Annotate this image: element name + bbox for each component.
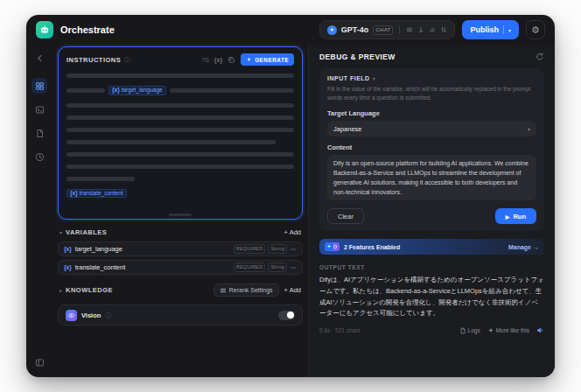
- generate-button[interactable]: GENERATE: [241, 53, 294, 66]
- insert-variable-icon[interactable]: {x}: [214, 57, 222, 63]
- model-name: GPT-4o: [341, 25, 369, 34]
- debug-header: DEBUG & PREVIEW: [319, 52, 544, 61]
- more-like-this-button[interactable]: More like this: [487, 327, 529, 334]
- chevron-down-icon: ▾: [508, 27, 511, 33]
- manage-features-link[interactable]: Manage →: [508, 244, 539, 250]
- skeleton-line: [66, 164, 294, 169]
- variable-chip-label: target_language: [122, 88, 163, 94]
- chevron-down-icon: ▾: [373, 75, 375, 81]
- logs-icon: [459, 327, 466, 334]
- rerank-settings-button[interactable]: Rerank Settings: [214, 284, 279, 297]
- required-badge: REQUIRED: [234, 244, 266, 254]
- edit-variable-icon[interactable]: [290, 264, 297, 271]
- run-button[interactable]: ▶ Run: [495, 208, 536, 224]
- char-count: 76: [201, 56, 208, 64]
- variable-chip[interactable]: {x}target_language: [108, 86, 166, 95]
- toggle-knob: [287, 312, 294, 318]
- instructions-header: INSTRUCTIONS ⓘ 76 {x}: [66, 53, 294, 66]
- read-aloud-button[interactable]: [536, 326, 544, 334]
- app-settings-button[interactable]: ⚙: [526, 20, 545, 39]
- output-footer: 5.6s · 521 chars Logs More l: [319, 326, 544, 334]
- type-badge: String: [268, 262, 287, 272]
- chevron-down-icon[interactable]: ▾: [60, 229, 62, 235]
- vision-feature-row: Vision ⓘ: [58, 304, 303, 326]
- variable-icon: {x}: [70, 191, 78, 197]
- features-enabled-text: 2 Features Enabled: [344, 244, 400, 250]
- skeleton-line: [66, 128, 294, 132]
- back-button[interactable]: [32, 50, 47, 66]
- vision-label: Vision: [81, 312, 101, 319]
- generate-label: GENERATE: [255, 57, 289, 63]
- variables-title: VARIABLES: [66, 228, 107, 236]
- input-field-toggle[interactable]: INPUT FIELD ▾: [327, 75, 536, 81]
- variable-row[interactable]: {x} translate_content REQUIRED String: [58, 260, 303, 275]
- refresh-icon: [536, 52, 544, 61]
- tokens-icon[interactable]: [429, 26, 436, 33]
- app-logo-icon: [36, 21, 53, 38]
- add-variable-button[interactable]: + Add: [284, 228, 301, 236]
- vision-icon: [66, 310, 77, 321]
- variable-row[interactable]: {x} target_language REQUIRED String: [58, 242, 303, 256]
- target-language-value: Japanese: [333, 125, 362, 133]
- swap-vertical-icon[interactable]: [440, 26, 447, 33]
- features-bar[interactable]: 2 Features Enabled Manage →: [319, 239, 544, 255]
- skeleton-line: [66, 116, 294, 120]
- target-language-label: Target Language: [327, 109, 536, 117]
- chevron-right-icon[interactable]: ▸: [60, 287, 62, 293]
- nav-api-icon[interactable]: [32, 102, 47, 117]
- model-mode-badge: CHAT: [373, 25, 393, 35]
- clear-button[interactable]: Clear: [327, 208, 364, 224]
- model-selector[interactable]: GPT-4o CHAT: [319, 20, 456, 39]
- scroll-indicator[interactable]: [169, 214, 192, 216]
- input-field-title: INPUT FIELD: [327, 75, 370, 81]
- prompt-line: {x}target_language: [66, 86, 294, 95]
- desktop-background: Orchestrate GPT-4o CHAT: [0, 0, 581, 392]
- nav-orchestrate-icon[interactable]: [32, 78, 47, 94]
- copy-icon[interactable]: [228, 56, 235, 64]
- app-body: INSTRUCTIONS ⓘ 76 {x}: [26, 45, 555, 377]
- knowledge-title: KNOWLEDGE: [66, 286, 113, 294]
- variables-header: ▾ VARIABLES + Add: [60, 228, 301, 236]
- divider: [503, 25, 504, 34]
- content-textarea[interactable]: Dify is an open-source platform for buil…: [327, 155, 536, 200]
- chevron-down-icon: ▾: [528, 126, 530, 132]
- type-badge: String: [268, 244, 287, 254]
- edit-variable-icon[interactable]: [290, 246, 297, 253]
- publish-button[interactable]: Publish ▾: [462, 20, 519, 39]
- orchestrate-column: INSTRUCTIONS ⓘ 76 {x}: [52, 45, 308, 377]
- instructions-panel[interactable]: INSTRUCTIONS ⓘ 76 {x}: [58, 46, 303, 220]
- refresh-button[interactable]: [536, 52, 544, 61]
- temperature-icon[interactable]: [417, 26, 424, 33]
- info-icon: ⓘ: [105, 312, 111, 318]
- sliders-icon[interactable]: [406, 26, 413, 33]
- skeleton-line: [66, 74, 294, 78]
- nav-monitoring-icon[interactable]: [32, 149, 47, 164]
- required-badge: REQUIRED: [234, 262, 266, 272]
- variable-name: target_language: [75, 245, 122, 253]
- more-like-this-label: More like this: [496, 327, 529, 333]
- variable-chip[interactable]: {x}translate_content: [66, 189, 127, 199]
- knowledge-header: ▸ KNOWLEDGE Rerank Settings + Add: [60, 284, 301, 297]
- skeleton-line: [170, 88, 294, 93]
- vision-toggle[interactable]: [278, 311, 295, 320]
- rerank-settings-label: Rerank Settings: [229, 287, 273, 293]
- logs-button[interactable]: Logs: [459, 327, 480, 334]
- variable-chip-label: translate_content: [80, 191, 123, 197]
- gear-icon: ⚙: [531, 24, 540, 36]
- play-icon: ▶: [506, 214, 510, 220]
- variable-name: translate_content: [75, 263, 126, 271]
- model-provider-icon: [327, 25, 337, 35]
- instructions-title: INSTRUCTIONS: [66, 56, 121, 64]
- target-language-select[interactable]: Japanese ▾: [327, 121, 536, 136]
- arrow-right-icon: →: [533, 244, 539, 250]
- divider: [399, 25, 400, 34]
- variable-icon: {x}: [112, 88, 120, 94]
- feature-icon: [325, 242, 333, 251]
- sparkle-icon: [487, 327, 494, 334]
- add-knowledge-button[interactable]: + Add: [284, 286, 301, 294]
- skeleton-line: [66, 152, 294, 157]
- nav-logs-icon[interactable]: [32, 125, 47, 141]
- output-text-title: OUTPUT TEXT: [319, 264, 544, 270]
- skeleton-line: [66, 88, 105, 93]
- collapse-sidebar-icon[interactable]: [32, 354, 47, 370]
